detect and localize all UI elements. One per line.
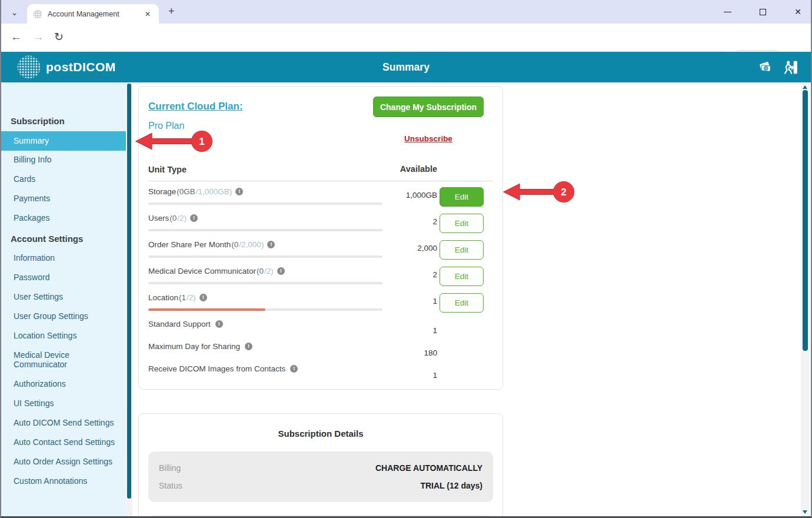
sidebar-item-cards[interactable]: Cards [1, 170, 126, 190]
sidebar-item-authorizations[interactable]: Authorizations [1, 374, 126, 394]
brand-logo[interactable]: postDICOM [16, 55, 116, 79]
reload-button[interactable]: ↻ [54, 31, 64, 44]
sidebar-item-location-settings[interactable]: Location Settings [1, 327, 126, 346]
sidebar-item-auto-contact-send-settings[interactable]: Auto Contact Send Settings [1, 433, 126, 452]
unit-label: Maximum Day for Sharing [148, 342, 240, 351]
info-icon[interactable]: ! [190, 214, 198, 222]
main-content: Current Cloud Plan: Pro Plan Change My S… [132, 82, 796, 518]
unit-current-value: (0 [257, 267, 264, 275]
new-tab-button[interactable]: + [168, 5, 175, 18]
sidebar-item-auto-order-assign-settings[interactable]: Auto Order Assign Settings [1, 452, 126, 471]
sidebar-item-billing-info[interactable]: Billing Info [1, 151, 126, 170]
unit-max-value: /2,000) [239, 240, 264, 249]
window-minimize-button[interactable] [719, 4, 736, 20]
app-header: Summary postDICOM [1, 52, 811, 82]
scroll-up-arrow-icon[interactable] [803, 85, 807, 89]
edit-button[interactable]: Edit [440, 214, 484, 233]
unit-current-value: (0GB [177, 187, 195, 196]
unit-row: Maximum Day for Sharing ! 180 [148, 341, 493, 363]
sidebar-item-auto-dicom-send-settings[interactable]: Auto DICOM Send Settings [1, 413, 126, 433]
info-icon[interactable]: ! [199, 294, 207, 301]
available-value: 180 [424, 348, 437, 357]
usage-progress-bar [148, 229, 382, 231]
window-maximize-button[interactable] [754, 4, 771, 20]
unit-row: Order Share Per Month(0/2,000) ! 2,000 E… [148, 239, 493, 265]
unit-max-value: /2) [264, 267, 274, 275]
detail-value: CHARGE AUTOMATICALLY [375, 459, 482, 477]
window-close-button[interactable]: ✕ [790, 4, 806, 20]
tab-strip: ⌄ Account Management ✕ + ✕ [1, 0, 811, 24]
info-icon[interactable]: ! [235, 188, 243, 195]
page-title: Summary [1, 52, 811, 82]
page-scrollbar [801, 82, 810, 517]
available-value: 1 [432, 297, 437, 306]
details-title: Subscription Details [148, 429, 493, 439]
page-scrollbar-thumb[interactable] [803, 90, 808, 351]
unit-current-value: (1 [179, 293, 186, 302]
payments-icon[interactable] [758, 59, 774, 78]
edit-button[interactable]: Edit [440, 187, 484, 207]
tab-close-icon[interactable]: ✕ [142, 9, 153, 19]
sidebar-item-medical-device-communicator[interactable]: Medical Device Communicator [1, 346, 126, 375]
table-divider [148, 181, 493, 181]
unit-label: Standard Support [148, 320, 211, 328]
usage-progress-bar [148, 202, 382, 205]
edit-button[interactable]: Edit [440, 240, 484, 260]
sidebar: Subscription Summary Billing Info Cards … [1, 82, 126, 518]
sidebar-item-packages[interactable]: Packages [1, 209, 126, 228]
edit-button[interactable]: Edit [440, 293, 484, 313]
unit-row: Location(1/2) ! 1 Edit [148, 292, 493, 318]
unsubscribe-link[interactable]: Unsubscribe [404, 134, 452, 143]
available-value: 2 [432, 217, 437, 226]
info-icon[interactable]: ! [245, 343, 252, 350]
plan-card: Current Cloud Plan: Pro Plan Change My S… [138, 86, 503, 390]
sidebar-section-header: Subscription [1, 111, 126, 131]
sidebar-scrollbar-thumb[interactable] [127, 84, 131, 499]
sidebar-item-user-settings[interactable]: User Settings [1, 288, 126, 307]
browser-tab[interactable]: Account Management ✕ [27, 4, 159, 24]
unit-label: Receive DICOM Images from Contacts [148, 364, 285, 373]
unit-max-value: /1,000GB) [196, 187, 232, 196]
sidebar-scrollbar [126, 82, 132, 518]
subscription-details-card: Subscription Details Billing CHARGE AUTO… [138, 413, 503, 518]
unit-row: Standard Support ! 1 [148, 318, 493, 341]
sidebar-item-ui-settings[interactable]: UI Settings [1, 394, 126, 413]
unit-label: Users [148, 214, 169, 223]
postdicom-favicon-icon [33, 9, 42, 19]
unit-current-value: (0 [231, 240, 238, 249]
unit-label: Location [148, 293, 178, 302]
browser-window: ⌄ Account Management ✕ + ✕ ← → ↻ germany… [0, 0, 812, 518]
change-subscription-button[interactable]: Change My Subscription [373, 97, 484, 117]
back-button[interactable]: ← [11, 31, 22, 44]
details-box-2 [148, 515, 493, 518]
detail-row: Billing CHARGE AUTOMATICALLY [159, 459, 482, 477]
sidebar-item-summary[interactable]: Summary [1, 131, 126, 151]
tab-search-button[interactable]: ⌄ [7, 5, 22, 19]
scroll-down-arrow-icon[interactable] [803, 510, 807, 514]
available-value: 1 [432, 371, 437, 380]
sidebar-item-payments[interactable]: Payments [1, 190, 126, 209]
sidebar-item-user-group-settings[interactable]: User Group Settings [1, 307, 126, 327]
logout-icon[interactable] [782, 59, 798, 78]
forward-button[interactable]: → [33, 31, 44, 44]
info-icon[interactable]: ! [277, 267, 285, 275]
current-plan-heading[interactable]: Current Cloud Plan: [148, 101, 243, 112]
sidebar-item-password[interactable]: Password [1, 268, 126, 288]
info-icon[interactable]: ! [290, 365, 298, 373]
info-icon[interactable]: ! [267, 241, 275, 248]
edit-button[interactable]: Edit [440, 267, 484, 286]
sidebar-sections: Subscription Summary Billing Info Cards … [1, 111, 126, 491]
available-value: 2,000 [417, 244, 437, 253]
details-box: Billing CHARGE AUTOMATICALLY Status TRIA… [148, 451, 493, 502]
unit-type-header: Unit Type [148, 165, 187, 174]
sidebar-item-information[interactable]: Information [1, 249, 126, 268]
info-icon[interactable]: ! [215, 320, 223, 328]
sidebar-item-custom-annotations[interactable]: Custom Annotations [1, 471, 126, 491]
unit-row: Receive DICOM Images from Contacts ! 1 [148, 363, 493, 386]
details-rows: Billing CHARGE AUTOMATICALLY Status TRIA… [159, 459, 482, 494]
sidebar-section-header: Account Settings [1, 228, 126, 249]
browser-toolbar: ← → ↻ germany.postdicom.com/AccountManag… [1, 24, 811, 52]
unit-row: Storage(0GB/1,000GB) ! 1,000GB Edit [148, 186, 493, 212]
unit-max-value: /2) [177, 214, 187, 223]
unit-label: Storage [148, 187, 176, 196]
